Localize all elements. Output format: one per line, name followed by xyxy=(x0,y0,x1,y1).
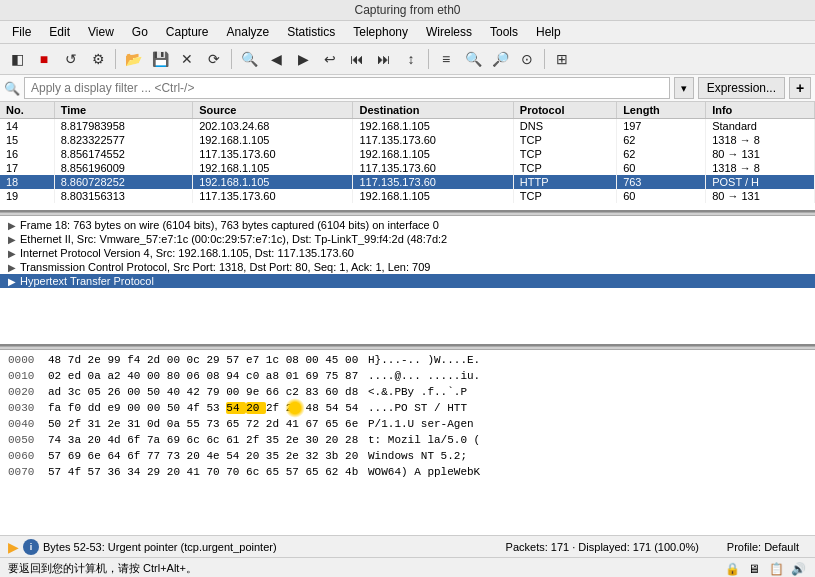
bottom-bar: 要返回到您的计算机，请按 Ctrl+Alt+。 🔒 🖥 📋 🔊 xyxy=(0,557,815,577)
hex-ascii: Windows NT 5.2; xyxy=(368,448,467,464)
cell-info: 1318 → 8 xyxy=(706,161,815,175)
status-packets: Packets: 171 · Displayed: 171 (100.0%) xyxy=(490,541,715,553)
cell-info: 80 → 131 xyxy=(706,147,815,161)
menu-item-view[interactable]: View xyxy=(80,23,122,41)
cell-destination: 192.168.1.105 xyxy=(353,189,513,203)
packet-detail[interactable]: ▶Frame 18: 763 bytes on wire (6104 bits)… xyxy=(0,216,815,346)
table-row[interactable]: 178.856196009192.168.1.105117.135.173.60… xyxy=(0,161,815,175)
cell-destination: 117.135.173.60 xyxy=(353,133,513,147)
first-btn[interactable]: ⏮ xyxy=(344,46,370,72)
column-header-source[interactable]: Source xyxy=(193,102,353,119)
autoscroll-btn[interactable]: ↕ xyxy=(398,46,424,72)
packet-list[interactable]: No.TimeSourceDestinationProtocolLengthIn… xyxy=(0,102,815,212)
menu-item-capture[interactable]: Capture xyxy=(158,23,217,41)
cell-source: 117.135.173.60 xyxy=(193,147,353,161)
detail-text: Internet Protocol Version 4, Src: 192.16… xyxy=(20,247,354,259)
hex-row: 0030fa f0 dd e9 00 00 50 4f 53 54 20 2f … xyxy=(0,400,815,416)
hex-row: 0020ad 3c 05 26 00 50 40 42 79 00 9e 66 … xyxy=(0,384,815,400)
detail-text: Ethernet II, Src: Vmware_57:e7:1c (00:0c… xyxy=(20,233,447,245)
next-btn[interactable]: ▶ xyxy=(290,46,316,72)
resize-col-btn[interactable]: ⊞ xyxy=(549,46,575,72)
hex-dump[interactable]: 000048 7d 2e 99 f4 2d 00 0c 29 57 e7 1c … xyxy=(0,350,815,535)
bottom-icons: 🔒 🖥 📋 🔊 xyxy=(723,560,807,578)
menu-item-telephony[interactable]: Telephony xyxy=(345,23,416,41)
column-header-no[interactable]: No. xyxy=(0,102,54,119)
packet-table-header: No.TimeSourceDestinationProtocolLengthIn… xyxy=(0,102,815,119)
cell-protocol: HTTP xyxy=(513,175,616,189)
menu-item-edit[interactable]: Edit xyxy=(41,23,78,41)
toolbar-separator xyxy=(115,49,116,69)
restart-btn[interactable]: ↺ xyxy=(58,46,84,72)
menu-item-help[interactable]: Help xyxy=(528,23,569,41)
colorize-btn[interactable]: ≡ xyxy=(433,46,459,72)
zoom-in-btn[interactable]: 🔍 xyxy=(460,46,486,72)
prev-btn[interactable]: ◀ xyxy=(263,46,289,72)
table-row[interactable]: 158.823322577192.168.1.105117.135.173.60… xyxy=(0,133,815,147)
column-header-info[interactable]: Info xyxy=(706,102,815,119)
hex-bytes: 74 3a 20 4d 6f 7a 69 6c 6c 61 2f 35 2e 3… xyxy=(48,432,368,448)
hex-bytes: 57 4f 57 36 34 29 20 41 70 70 6c 65 57 6… xyxy=(48,464,368,480)
hex-offset: 0050 xyxy=(8,432,48,448)
goto-btn[interactable]: ↩ xyxy=(317,46,343,72)
table-row[interactable]: 168.856174552117.135.173.60192.168.1.105… xyxy=(0,147,815,161)
menu-item-go[interactable]: Go xyxy=(124,23,156,41)
save-btn[interactable]: 💾 xyxy=(147,46,173,72)
table-row[interactable]: 198.803156313117.135.173.60192.168.1.105… xyxy=(0,189,815,203)
column-header-length[interactable]: Length xyxy=(617,102,706,119)
detail-text: Frame 18: 763 bytes on wire (6104 bits),… xyxy=(20,219,439,231)
title-text: Capturing from eth0 xyxy=(354,3,460,17)
zoom-reset-btn[interactable]: ⊙ xyxy=(514,46,540,72)
hex-bytes: 48 7d 2e 99 f4 2d 00 0c 29 57 e7 1c 08 0… xyxy=(48,352,368,368)
reload-btn[interactable]: ⟳ xyxy=(201,46,227,72)
column-header-protocol[interactable]: Protocol xyxy=(513,102,616,119)
column-header-destination[interactable]: Destination xyxy=(353,102,513,119)
filter-input[interactable] xyxy=(24,77,670,99)
cell-length: 763 xyxy=(617,175,706,189)
cell-protocol: TCP xyxy=(513,133,616,147)
zoom-out-btn[interactable]: 🔎 xyxy=(487,46,513,72)
expand-arrow-icon: ▶ xyxy=(8,262,16,273)
detail-item[interactable]: ▶Hypertext Transfer Protocol xyxy=(0,274,815,288)
stop-btn[interactable]: ■ xyxy=(31,46,57,72)
interface-btn[interactable]: ◧ xyxy=(4,46,30,72)
hex-offset: 0010 xyxy=(8,368,48,384)
close-btn[interactable]: ✕ xyxy=(174,46,200,72)
hex-bytes: 02 ed 0a a2 40 00 80 06 08 94 c0 a8 01 6… xyxy=(48,368,368,384)
menu-item-analyze[interactable]: Analyze xyxy=(219,23,278,41)
filter-plus-btn[interactable]: + xyxy=(789,77,811,99)
status-bar: ▶ i Bytes 52-53: Urgent pointer (tcp.urg… xyxy=(0,535,815,557)
open-btn[interactable]: 📂 xyxy=(120,46,146,72)
hex-row: 001002 ed 0a a2 40 00 80 06 08 94 c0 a8 … xyxy=(0,368,815,384)
detail-item[interactable]: ▶Ethernet II, Src: Vmware_57:e7:1c (00:0… xyxy=(0,232,815,246)
options-btn[interactable]: ⚙ xyxy=(85,46,111,72)
table-row[interactable]: 188.860728252192.168.1.105117.135.173.60… xyxy=(0,175,815,189)
lock-icon: 🔒 xyxy=(723,560,741,578)
cell-destination: 192.168.1.105 xyxy=(353,119,513,134)
column-header-time[interactable]: Time xyxy=(54,102,192,119)
detail-item[interactable]: ▶Internet Protocol Version 4, Src: 192.1… xyxy=(0,246,815,260)
menu-item-statistics[interactable]: Statistics xyxy=(279,23,343,41)
detail-item[interactable]: ▶Transmission Control Protocol, Src Port… xyxy=(0,260,815,274)
menu-item-file[interactable]: File xyxy=(4,23,39,41)
menu-item-tools[interactable]: Tools xyxy=(482,23,526,41)
cell-time: 8.817983958 xyxy=(54,119,192,134)
cell-length: 60 xyxy=(617,189,706,203)
filter-dropdown-btn[interactable]: ▾ xyxy=(674,77,694,99)
detail-item[interactable]: ▶Frame 18: 763 bytes on wire (6104 bits)… xyxy=(0,218,815,232)
detail-text: Hypertext Transfer Protocol xyxy=(20,275,154,287)
cell-no: 17 xyxy=(0,161,54,175)
cell-length: 62 xyxy=(617,147,706,161)
expand-arrow-icon: ▶ xyxy=(8,276,16,287)
cell-time: 8.803156313 xyxy=(54,189,192,203)
menu-item-wireless[interactable]: Wireless xyxy=(418,23,480,41)
expression-btn[interactable]: Expression... xyxy=(698,77,785,99)
filter-icon: 🔍 xyxy=(4,81,20,96)
last-btn[interactable]: ⏭ xyxy=(371,46,397,72)
table-row[interactable]: 148.817983958202.103.24.68192.168.1.105D… xyxy=(0,119,815,134)
find-btn[interactable]: 🔍 xyxy=(236,46,262,72)
expand-arrow-icon: ▶ xyxy=(8,234,16,245)
cell-destination: 117.135.173.60 xyxy=(353,175,513,189)
toolbar: ◧■↺⚙📂💾✕⟳🔍◀▶↩⏮⏭↕≡🔍🔎⊙⊞ xyxy=(0,44,815,75)
cell-protocol: TCP xyxy=(513,189,616,203)
status-dot: i xyxy=(23,539,39,555)
